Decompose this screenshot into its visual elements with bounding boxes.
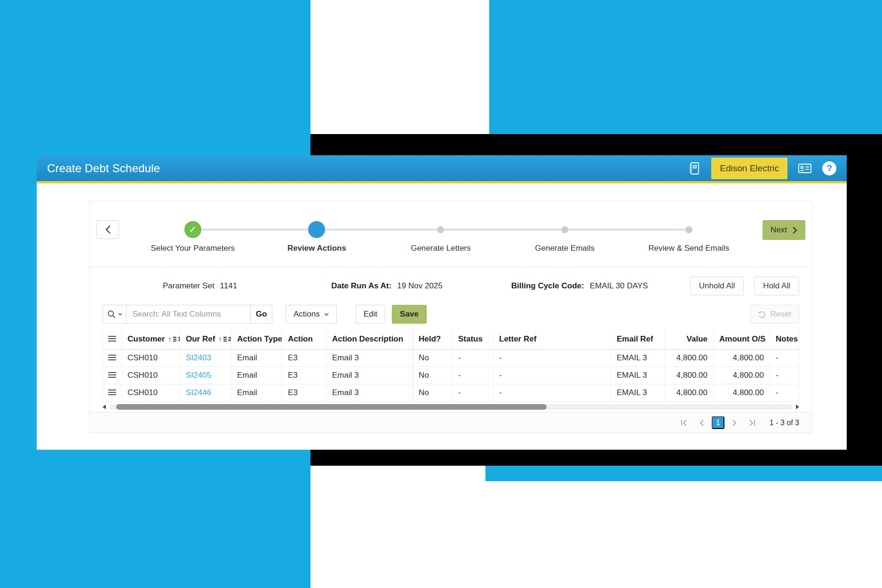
search-scope-button[interactable] bbox=[103, 305, 126, 324]
customer-context-button[interactable]: Edison Electric bbox=[711, 158, 787, 179]
wizard-step-label: Review & Send Emails bbox=[648, 244, 729, 253]
column-header-status[interactable]: Status bbox=[453, 329, 493, 350]
page-title: Create Debt Schedule bbox=[47, 162, 160, 175]
grid-wrap: Customer↑1Our Ref↑2Action TypeActionActi… bbox=[90, 329, 812, 412]
cell-action_description: Email 3 bbox=[326, 350, 409, 367]
column-header-action_description[interactable]: Action Description bbox=[326, 329, 409, 350]
our-ref-link[interactable]: SI2446 bbox=[186, 388, 211, 397]
id-card-icon[interactable] bbox=[798, 163, 812, 174]
wizard-bar: ✓Select Your ParametersReview ActionsGen… bbox=[90, 201, 812, 267]
grid-footer: 1 1 - 3 of 3 bbox=[90, 412, 812, 433]
go-button[interactable]: Go bbox=[251, 305, 272, 324]
wizard-step: ✓Select Your Parameters bbox=[131, 220, 255, 253]
column-label: Action Description bbox=[332, 334, 403, 343]
next-button-label: Next bbox=[771, 225, 787, 235]
row-handle-icon[interactable] bbox=[108, 355, 116, 360]
background-cyan-strip bbox=[485, 466, 882, 481]
next-button[interactable]: Next bbox=[763, 220, 805, 240]
scroll-right-arrow[interactable] bbox=[796, 405, 799, 409]
cell-notes: - bbox=[770, 367, 799, 384]
column-header-amount_os[interactable]: Amount O/S bbox=[714, 329, 770, 350]
column-header-letter_ref[interactable]: Letter Ref bbox=[493, 329, 611, 350]
parameter-set-value: 1141 bbox=[220, 281, 238, 291]
our-ref-link[interactable]: SI2403 bbox=[186, 353, 211, 362]
row-handle-icon[interactable] bbox=[108, 389, 116, 395]
cell-action_type: Email bbox=[231, 350, 282, 367]
next-page-button[interactable] bbox=[728, 416, 741, 429]
wizard-step-label: Review Actions bbox=[287, 244, 346, 253]
cell-handle bbox=[103, 367, 122, 384]
column-header-action[interactable]: Action bbox=[282, 329, 326, 350]
grid-header: Customer↑1Our Ref↑2Action TypeActionActi… bbox=[103, 329, 799, 350]
back-button[interactable] bbox=[96, 220, 119, 239]
cell-action: E3 bbox=[282, 350, 326, 367]
notebook-icon[interactable] bbox=[688, 161, 701, 175]
current-page-button[interactable]: 1 bbox=[712, 416, 724, 429]
reset-label: Reset bbox=[771, 310, 791, 319]
cell-our_ref: SI2403 bbox=[180, 350, 231, 367]
column-header-held[interactable]: Held? bbox=[413, 329, 453, 350]
cell-status: - bbox=[453, 350, 493, 367]
row-handle-icon[interactable] bbox=[108, 372, 116, 378]
previous-page-button[interactable] bbox=[695, 416, 708, 429]
cell-held: No bbox=[413, 367, 453, 384]
cell-action_type: Email bbox=[231, 367, 282, 384]
column-header-action_type[interactable]: Action Type bbox=[231, 329, 282, 350]
sort-ascending-icon: ↑1 bbox=[168, 336, 180, 342]
actions-menu-button[interactable]: Actions bbox=[286, 305, 337, 324]
cell-held: No bbox=[413, 350, 453, 367]
cell-letter_ref: - bbox=[493, 350, 611, 367]
column-label: Action bbox=[288, 334, 313, 343]
column-header-customer[interactable]: Customer↑1 bbox=[122, 329, 180, 350]
app-window: Create Debt Schedule Edison Electric bbox=[37, 155, 847, 450]
column-header-notes[interactable]: Notes bbox=[770, 329, 799, 350]
table-row: CSH010SI2446EmailE3Email 3No--EMAIL 34,8… bbox=[103, 384, 799, 402]
cell-held: No bbox=[413, 384, 453, 402]
column-label: Amount O/S bbox=[719, 334, 765, 343]
column-header-handle[interactable] bbox=[103, 329, 122, 350]
cell-amount_os: 4,800.00 bbox=[714, 350, 770, 367]
wizard-step: Generate Letters bbox=[379, 220, 503, 253]
column-label: Customer bbox=[127, 334, 165, 343]
cell-value: 4,800.00 bbox=[665, 384, 714, 402]
wizard-steps: ✓Select Your ParametersReview ActionsGen… bbox=[131, 220, 751, 253]
wizard-train: ✓Select Your ParametersReview ActionsGen… bbox=[131, 220, 751, 253]
first-page-button[interactable] bbox=[678, 416, 691, 429]
hold-all-button[interactable]: Hold All bbox=[754, 277, 799, 295]
cell-our_ref: SI2446 bbox=[180, 384, 231, 402]
column-group-separator bbox=[409, 350, 413, 367]
grid-toolbar: Go Actions Edit Save Reset bbox=[90, 305, 812, 329]
column-header-our_ref[interactable]: Our Ref↑2 bbox=[180, 329, 231, 350]
our-ref-link[interactable]: SI2405 bbox=[186, 371, 211, 380]
cell-value: 4,800.00 bbox=[665, 367, 714, 384]
search-input[interactable] bbox=[126, 305, 251, 324]
wizard-step-label: Generate Letters bbox=[411, 244, 471, 253]
grid-menu-icon[interactable] bbox=[108, 336, 116, 342]
column-header-value[interactable]: Value bbox=[665, 329, 714, 350]
scrollbar-thumb[interactable] bbox=[116, 404, 547, 410]
scroll-left-arrow[interactable] bbox=[103, 405, 106, 409]
scrollbar-track[interactable] bbox=[109, 404, 793, 410]
chevron-down-icon bbox=[324, 313, 329, 316]
column-label: Notes bbox=[776, 334, 798, 343]
unhold-all-button[interactable]: Unhold All bbox=[690, 277, 744, 295]
cell-notes: - bbox=[770, 384, 799, 402]
column-label: Held? bbox=[419, 334, 441, 343]
edit-button[interactable]: Edit bbox=[356, 305, 385, 324]
cell-handle bbox=[103, 350, 122, 367]
column-label: Status bbox=[458, 334, 483, 343]
background-cyan-top-right bbox=[489, 0, 882, 134]
column-group-separator bbox=[409, 384, 413, 402]
step-current-icon bbox=[308, 221, 325, 238]
cell-status: - bbox=[453, 384, 493, 402]
date-run-value: 19 Nov 2025 bbox=[397, 281, 442, 291]
cell-our_ref: SI2405 bbox=[180, 367, 231, 384]
date-run-label: Date Run As At: bbox=[331, 281, 391, 291]
column-header-email_ref[interactable]: Email Ref bbox=[611, 329, 665, 350]
cell-customer: CSH010 bbox=[122, 384, 180, 402]
reset-button[interactable]: Reset bbox=[750, 305, 799, 324]
last-page-button[interactable] bbox=[745, 416, 758, 429]
help-icon[interactable]: ? bbox=[822, 161, 836, 175]
save-button[interactable]: Save bbox=[392, 305, 427, 324]
chevron-right-icon bbox=[792, 226, 797, 234]
